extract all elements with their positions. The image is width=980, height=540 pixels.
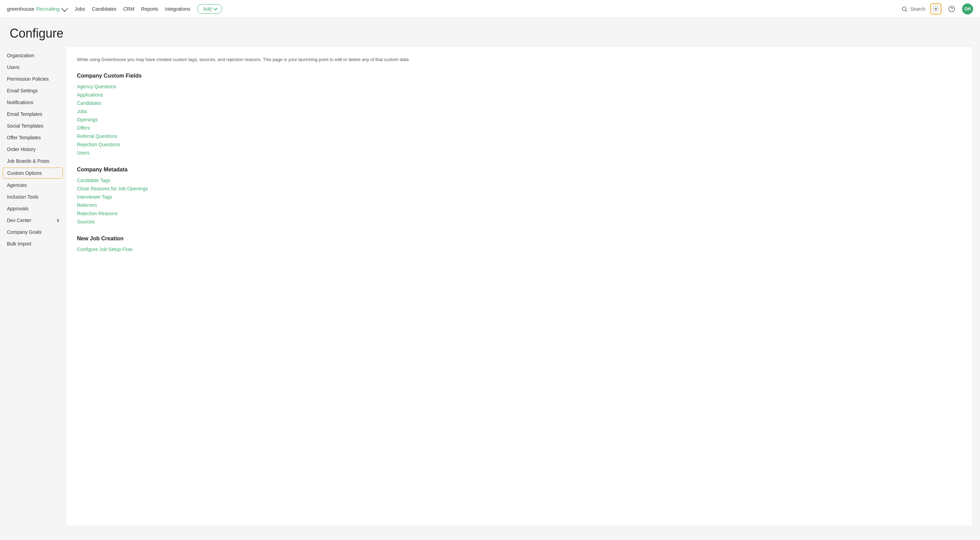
svg-line-1: [905, 10, 907, 11]
sidebar-item-approvals[interactable]: Approvals: [0, 203, 65, 214]
sidebar-item-notifications[interactable]: Notifications: [0, 97, 65, 108]
sidebar-item-label: Social Templates: [7, 123, 43, 129]
section-title-new-job-creation: New Job Creation: [77, 235, 962, 242]
link-rejection-questions[interactable]: Rejection Questions: [77, 142, 962, 147]
top-nav: greenhouse Recruiting Jobs Candidates CR…: [0, 0, 980, 18]
sidebar-item-label: Dev Center: [7, 218, 32, 223]
user-avatar[interactable]: GH: [962, 3, 973, 14]
sidebar-item-custom-options[interactable]: Custom Options: [3, 168, 63, 179]
link-candidate-tags[interactable]: Candidate Tags: [77, 178, 962, 183]
sidebar-item-permission-policies[interactable]: Permission Policies: [0, 73, 65, 85]
nav-crm[interactable]: CRM: [123, 6, 134, 12]
link-referrers[interactable]: Referrers: [77, 202, 962, 208]
sidebar-item-label: Offer Templates: [7, 135, 41, 140]
sidebar-item-label: Bulk Import: [7, 241, 32, 246]
sidebar-item-order-history[interactable]: Order History: [0, 143, 65, 155]
sidebar-item-label: Order History: [7, 146, 35, 152]
sidebar-item-users[interactable]: Users: [0, 61, 65, 73]
link-referral-questions[interactable]: Referral Questions: [77, 133, 962, 139]
main-content: While using Greenhouse you may have crea…: [65, 46, 973, 526]
link-close-reasons-for-job-openings[interactable]: Close Reasons for Job Openings: [77, 186, 962, 191]
section-new-job-creation: New Job CreationConfigure Job Setup Flow: [77, 235, 962, 252]
brand-greenhouse: greenhouse: [7, 6, 34, 12]
nav-candidates[interactable]: Candidates: [92, 6, 116, 12]
sidebar-item-email-settings[interactable]: Email Settings: [0, 85, 65, 97]
nav-integrations[interactable]: Integrations: [165, 6, 190, 12]
section-company-metadata: Company MetadataCandidate TagsClose Reas…: [77, 167, 962, 224]
sidebar-item-label: Inclusion Tools: [7, 194, 39, 200]
svg-point-2: [935, 8, 937, 10]
search-label: Search: [910, 6, 926, 12]
nav-links: Jobs Candidates CRM Reports Integrations…: [75, 4, 893, 14]
sidebar-item-organization[interactable]: Organization: [0, 50, 65, 61]
link-jobs[interactable]: Jobs: [77, 109, 962, 114]
settings-button[interactable]: [930, 3, 941, 14]
page-wrapper: Configure OrganizationUsersPermission Po…: [0, 18, 980, 540]
add-label: Add: [203, 6, 212, 12]
link-rejection-reasons[interactable]: Rejection Reasons: [77, 211, 962, 216]
topnav-right: Search GH: [901, 3, 973, 14]
content-area: OrganizationUsersPermission PoliciesEmai…: [0, 46, 980, 540]
svg-point-3: [949, 6, 955, 12]
sidebar-item-label: Notifications: [7, 100, 33, 105]
sidebar-item-email-templates[interactable]: Email Templates: [0, 108, 65, 120]
svg-point-0: [902, 7, 906, 11]
section-company-custom-fields: Company Custom FieldsAgency QuestionsApp…: [77, 73, 962, 156]
sidebar-item-label: Job Boards & Posts: [7, 158, 49, 164]
link-offers[interactable]: Offers: [77, 125, 962, 131]
sidebar-item-label: Permission Policies: [7, 76, 49, 82]
link-applications[interactable]: Applications: [77, 92, 962, 98]
sidebar-item-dev-center[interactable]: Dev Center: [0, 214, 65, 226]
sidebar-item-label: Email Templates: [7, 111, 42, 117]
sidebar-item-label: Company Goals: [7, 229, 41, 235]
sidebar-item-label: Email Settings: [7, 88, 38, 94]
sidebar-item-inclusion-tools[interactable]: Inclusion Tools: [0, 191, 65, 203]
link-sources[interactable]: Sources: [77, 219, 962, 224]
logo[interactable]: greenhouse Recruiting: [7, 6, 67, 12]
section-title-company-metadata: Company Metadata: [77, 167, 962, 173]
page-title: Configure: [10, 26, 970, 41]
sidebar: OrganizationUsersPermission PoliciesEmai…: [0, 46, 65, 526]
link-openings[interactable]: Openings: [77, 117, 962, 122]
sidebar-item-label: Approvals: [7, 206, 28, 211]
help-icon: [948, 6, 955, 13]
link-interviewer-tags[interactable]: Interviewer Tags: [77, 194, 962, 200]
link-users[interactable]: Users: [77, 150, 962, 156]
sidebar-item-label: Custom Options: [7, 170, 42, 176]
nav-jobs[interactable]: Jobs: [75, 6, 85, 12]
sidebar-item-offer-templates[interactable]: Offer Templates: [0, 132, 65, 143]
sidebar-item-bulk-import[interactable]: Bulk Import: [0, 238, 65, 250]
sidebar-item-job-boards-posts[interactable]: Job Boards & Posts: [0, 155, 65, 167]
link-configure-job-setup-flow[interactable]: Configure Job Setup Flow: [77, 246, 962, 252]
chevron-right-icon: [56, 219, 59, 222]
link-candidates[interactable]: Candidates: [77, 100, 962, 106]
sidebar-item-label: Users: [7, 65, 20, 70]
add-chevron-icon: [213, 6, 217, 10]
intro-text: While using Greenhouse you may have crea…: [77, 56, 962, 63]
link-agency-questions[interactable]: Agency Questions: [77, 84, 962, 89]
search-area[interactable]: Search: [901, 6, 926, 12]
search-icon: [901, 6, 908, 12]
sidebar-item-company-goals[interactable]: Company Goals: [0, 226, 65, 238]
logo-chevron-icon: [61, 5, 68, 12]
help-button[interactable]: [946, 3, 957, 14]
sidebar-item-label: Organization: [7, 53, 34, 58]
brand-recruiting: Recruiting: [36, 6, 60, 12]
section-title-company-custom-fields: Company Custom Fields: [77, 73, 962, 79]
page-header: Configure: [0, 18, 980, 46]
nav-reports[interactable]: Reports: [141, 6, 158, 12]
sidebar-item-label: Agencies: [7, 183, 27, 188]
sidebar-item-agencies[interactable]: Agencies: [0, 179, 65, 191]
sidebar-item-social-templates[interactable]: Social Templates: [0, 120, 65, 132]
settings-icon: [932, 6, 939, 13]
add-button[interactable]: Add: [197, 4, 222, 14]
